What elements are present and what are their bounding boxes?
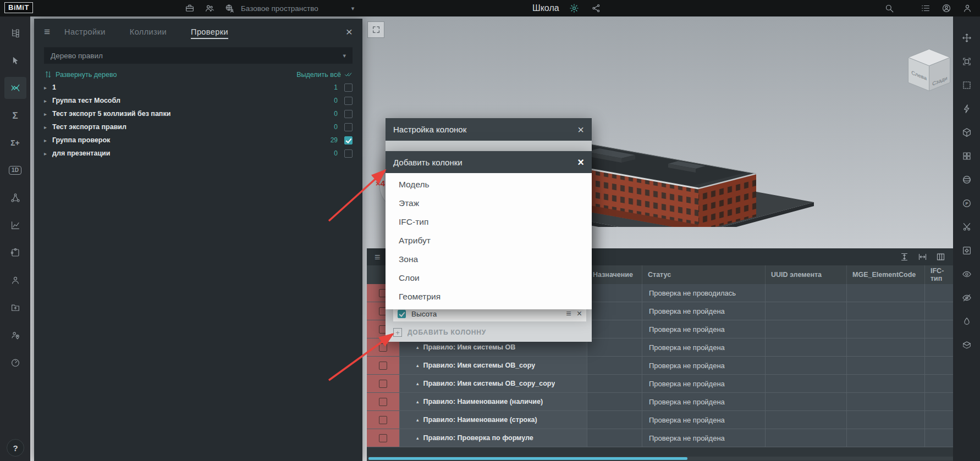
tree-item-checkbox[interactable] bbox=[344, 84, 353, 92]
collapse-icon[interactable]: ▴ bbox=[416, 399, 419, 404]
plugins-tool[interactable] bbox=[4, 242, 26, 264]
panel-menu-icon[interactable]: ≡ bbox=[44, 26, 50, 37]
row-select-cell[interactable] bbox=[367, 375, 400, 392]
tree-item-checkbox[interactable] bbox=[344, 149, 353, 158]
structure-tool[interactable] bbox=[4, 187, 26, 209]
header-naznachenie[interactable]: Назначение bbox=[587, 265, 642, 284]
add-column-option[interactable]: Атрибут bbox=[386, 231, 592, 250]
viewports-tool[interactable] bbox=[957, 148, 976, 164]
fit-rows-icon[interactable] bbox=[900, 252, 909, 262]
workspace-user-icon[interactable] bbox=[222, 1, 236, 15]
quick-section-tool[interactable] bbox=[957, 101, 976, 117]
tab-settings[interactable]: Настройки bbox=[64, 20, 106, 43]
user-location-tool[interactable] bbox=[4, 324, 26, 346]
drag-handle-icon[interactable]: ≡ bbox=[566, 309, 571, 318]
tree-item-checkbox[interactable] bbox=[344, 123, 353, 131]
header-uuid[interactable]: UUID элемента bbox=[766, 265, 847, 284]
header-ifc-type[interactable]: IFC-тип bbox=[925, 265, 953, 284]
row-checkbox[interactable] bbox=[379, 434, 387, 442]
tree-item-checkbox[interactable] bbox=[344, 136, 353, 145]
paint-elements-tool[interactable] bbox=[957, 313, 976, 330]
rule-name-cell[interactable]: ▴Правило: Имя системы ОВ_copy_copy bbox=[400, 375, 587, 392]
caret-right-icon[interactable]: ▸ bbox=[44, 137, 52, 143]
row-checkbox[interactable] bbox=[379, 380, 387, 388]
users-tool[interactable] bbox=[4, 269, 26, 291]
account-icon[interactable] bbox=[939, 1, 954, 15]
team-icon[interactable] bbox=[202, 1, 217, 15]
dashboard-tool[interactable] bbox=[4, 352, 26, 374]
section-cut-tool[interactable] bbox=[957, 219, 976, 235]
tree-item[interactable]: ▸ Группа тест Мособл 0 bbox=[34, 94, 362, 107]
panel-close-icon[interactable]: × bbox=[346, 26, 353, 37]
collapse-icon[interactable]: ▴ bbox=[416, 417, 419, 423]
row-checkbox[interactable] bbox=[379, 416, 387, 424]
scrollbar-thumb[interactable] bbox=[368, 457, 687, 460]
add-column-option[interactable]: Модель bbox=[386, 175, 592, 194]
add-column-option[interactable]: IFC-тип bbox=[386, 213, 592, 231]
caret-right-icon[interactable]: ▸ bbox=[44, 98, 52, 104]
caret-right-icon[interactable]: ▸ bbox=[44, 124, 52, 130]
rule-name-cell[interactable]: ▴Правило: Проверка по формуле bbox=[400, 429, 587, 447]
tree-item[interactable]: ▸ Группа проверок 29 bbox=[34, 134, 362, 147]
rule-tree-selector[interactable]: Дерево правил ▾ bbox=[44, 47, 353, 64]
add-column-option[interactable]: Этаж bbox=[386, 194, 592, 213]
show-elements-tool[interactable] bbox=[957, 266, 976, 282]
collisions-tool[interactable] bbox=[4, 77, 26, 99]
share-icon[interactable] bbox=[589, 1, 603, 15]
column-settings-icon[interactable] bbox=[936, 252, 945, 262]
select-tool[interactable] bbox=[4, 49, 26, 71]
header-mge-elementcode[interactable]: MGE_ElementCode bbox=[847, 265, 925, 284]
column-checkbox[interactable] bbox=[398, 310, 406, 318]
row-select-cell[interactable] bbox=[367, 393, 400, 410]
view-properties-tool[interactable] bbox=[957, 242, 976, 259]
add-column-option[interactable]: Слои bbox=[386, 269, 592, 287]
row-checkbox[interactable] bbox=[379, 398, 387, 406]
search-icon[interactable] bbox=[882, 1, 896, 15]
close-icon[interactable]: × bbox=[577, 124, 584, 135]
caret-right-icon[interactable]: ▸ bbox=[44, 85, 52, 91]
tree-item-checkbox[interactable] bbox=[344, 97, 353, 105]
tab-collisions[interactable]: Коллизии bbox=[130, 20, 167, 43]
table-horizontal-scrollbar[interactable] bbox=[367, 457, 953, 460]
hide-elements-tool[interactable] bbox=[957, 290, 976, 306]
collapse-icon[interactable]: ▴ bbox=[416, 435, 419, 441]
fit-columns-icon[interactable] bbox=[918, 252, 927, 262]
row-checkbox[interactable] bbox=[379, 362, 387, 370]
view-1d-tool[interactable]: 1D bbox=[4, 159, 26, 181]
collapse-icon[interactable]: ▴ bbox=[416, 345, 419, 350]
select-all-button[interactable]: Выделить всё bbox=[296, 70, 353, 79]
menu-list-icon[interactable] bbox=[918, 1, 933, 15]
row-select-cell[interactable] bbox=[367, 411, 400, 429]
checks-create-tool[interactable]: Σ+ bbox=[4, 132, 26, 154]
tree-item[interactable]: ▸ Тест экспорта правил 0 bbox=[34, 120, 362, 134]
header-status[interactable]: Статус bbox=[642, 265, 766, 284]
row-select-cell[interactable] bbox=[367, 429, 400, 447]
caret-right-icon[interactable]: ▸ bbox=[44, 151, 52, 157]
add-column-option[interactable]: Геометрия bbox=[386, 287, 592, 306]
help-button[interactable]: ? bbox=[7, 439, 24, 457]
fit-to-screen-button[interactable] bbox=[367, 21, 384, 38]
row-checkbox[interactable] bbox=[379, 343, 387, 352]
model-tree-tool[interactable] bbox=[4, 22, 26, 44]
app-logo[interactable]: BiMiT bbox=[4, 2, 33, 13]
caret-right-icon[interactable]: ▸ bbox=[44, 111, 52, 117]
add-column-button[interactable]: + ДОБАВИТЬ КОЛОННУ bbox=[393, 325, 486, 340]
projects-icon[interactable] bbox=[183, 1, 197, 15]
projection-tool[interactable] bbox=[957, 195, 976, 212]
tree-item[interactable]: ▸ для презентации 0 bbox=[34, 147, 362, 160]
tree-item[interactable]: ▸ 1 1 bbox=[34, 81, 362, 94]
workspace-selector[interactable]: Базовое пространство ▾ bbox=[241, 0, 354, 16]
navigation-cube[interactable]: Слева Сзади bbox=[900, 43, 958, 95]
collapse-icon[interactable]: ▴ bbox=[416, 381, 419, 386]
row-select-cell[interactable] bbox=[367, 357, 400, 374]
orbit-tool[interactable] bbox=[957, 171, 976, 188]
table-menu-icon[interactable]: ≡ bbox=[375, 252, 381, 262]
zoom-window-tool[interactable] bbox=[957, 53, 976, 70]
shared-folders-tool[interactable] bbox=[4, 297, 26, 319]
collapse-icon[interactable]: ▴ bbox=[416, 363, 419, 368]
pan-tool[interactable] bbox=[957, 30, 976, 46]
tab-checks[interactable]: Проверки bbox=[191, 20, 228, 43]
rule-name-cell[interactable]: ▴Правило: Имя системы ОВ_copy bbox=[400, 357, 587, 374]
charts-tool[interactable] bbox=[4, 214, 26, 236]
section-box-tool[interactable] bbox=[957, 124, 976, 141]
